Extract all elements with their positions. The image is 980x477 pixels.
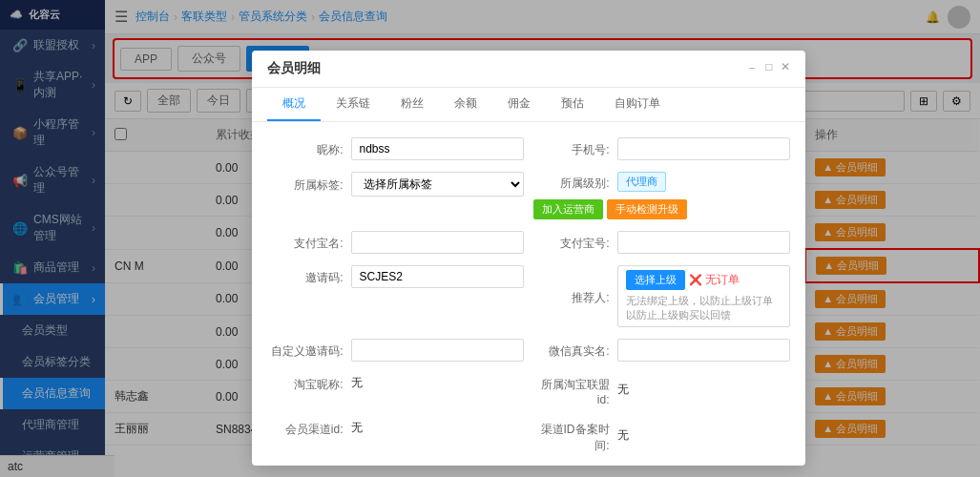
alipay-name-label: 支付宝名:: [267, 232, 344, 252]
add-to-ops-btn[interactable]: 加入运营商: [533, 199, 603, 219]
wechat-name-input[interactable]: [617, 339, 790, 362]
modal-maximize-btn[interactable]: □: [765, 60, 772, 76]
form-half-custom-invite: 自定义邀请码:: [267, 339, 524, 362]
modal-title: 会员明细: [267, 60, 321, 77]
form-half-referrer: 推荐人: 选择上级 ❌ 无订单 无法绑定上级，以防止上级订单 以防止上级购买以回…: [533, 265, 790, 327]
form-half-invite: 邀请码:: [267, 265, 524, 288]
channel-device-label: 渠道ID备案时间:: [533, 418, 610, 454]
taobao-value: 无: [351, 375, 363, 391]
channel-device-value: 无: [617, 427, 629, 444]
form-half-nickname: 昵称:: [267, 137, 524, 160]
tag-label: 所属标签:: [267, 174, 344, 194]
referrer-label: 推荐人:: [533, 286, 610, 306]
custom-invite-input[interactable]: [351, 339, 524, 362]
form-row-alipay: 支付宝名: 支付宝号:: [267, 231, 790, 254]
form-row-tag-level: 所属标签: 选择所属标签 所属级别: 代理商 加入运营商 手动检测升级: [267, 172, 790, 219]
invite-code-label: 邀请码:: [267, 266, 344, 286]
form-half-alipay-no: 支付宝号:: [533, 231, 790, 254]
referrer-hint: 无法绑定上级，以防止上级订单 以防止上级购买以回馈: [626, 294, 782, 322]
form-half-taobao: 淘宝昵称: 无: [267, 373, 524, 393]
form-half-wechat: 微信真实名:: [533, 339, 790, 362]
modal-tab-commission[interactable]: 佣金: [492, 88, 546, 121]
modal-controls: － □ ✕: [746, 60, 789, 76]
form-half-alliance: 所属淘宝联盟id: 无: [533, 373, 790, 406]
alipay-no-input[interactable]: [617, 231, 790, 254]
level-actions: 加入运营商 手动检测升级: [533, 199, 687, 219]
modal-tab-fans[interactable]: 粉丝: [386, 88, 439, 121]
referrer-box: 选择上级 ❌ 无订单 无法绑定上级，以防止上级订单 以防止上级购买以回馈: [617, 265, 790, 327]
form-row-custom-wechat: 自定义邀请码: 微信真实名:: [267, 339, 790, 362]
form-half-level: 所属级别: 代理商 加入运营商 手动检测升级: [533, 172, 790, 219]
modal-tab-self-order[interactable]: 自购订单: [599, 88, 676, 121]
referrer-warning: ❌ 无订单: [689, 272, 740, 288]
alipay-name-input[interactable]: [351, 231, 524, 254]
nickname-label: 昵称:: [267, 138, 344, 158]
wechat-name-label: 微信真实名:: [533, 340, 610, 360]
modal-tab-estimate[interactable]: 预估: [546, 88, 599, 121]
modal-tab-relationship[interactable]: 关系链: [321, 88, 386, 121]
taobao-label: 淘宝昵称:: [267, 373, 344, 393]
select-superior-btn[interactable]: 选择上级: [626, 270, 685, 290]
channel-id-label: 会员渠道id:: [267, 418, 344, 438]
manual-upgrade-btn[interactable]: 手动检测升级: [607, 199, 687, 219]
channel-id-value: 无: [351, 420, 363, 436]
modal-tab-balance[interactable]: 余额: [439, 88, 492, 121]
modal-overlay[interactable]: 会员明细 － □ ✕ 概况 关系链 粉丝 余额 佣金 预估 自购订单 昵称:: [0, 0, 980, 477]
phone-label: 手机号:: [533, 138, 610, 158]
invite-code-input[interactable]: [351, 265, 524, 288]
form-half-channel-device: 渠道ID备案时间: 无: [533, 418, 790, 454]
form-half-channel-id: 会员渠道id: 无: [267, 418, 524, 438]
form-half-phone: 手机号:: [533, 137, 790, 160]
modal-body: 昵称: 手机号: 所属标签: 选择所属标签 所属级别: 代: [252, 122, 805, 466]
nickname-input[interactable]: [351, 137, 524, 160]
modal-header: 会员明细 － □ ✕: [252, 51, 805, 88]
level-label: 所属级别:: [533, 172, 610, 192]
form-row-taobao: 淘宝昵称: 无 所属淘宝联盟id: 无: [267, 373, 790, 406]
modal-tab-overview[interactable]: 概况: [267, 88, 321, 121]
form-half-alipay-name: 支付宝名:: [267, 231, 524, 254]
custom-invite-label: 自定义邀请码:: [267, 340, 344, 360]
form-row-nickname-phone: 昵称: 手机号:: [267, 137, 790, 160]
tag-select[interactable]: 选择所属标签: [351, 172, 524, 197]
level-badge: 代理商: [617, 172, 666, 192]
modal-tabs: 概况 关系链 粉丝 余额 佣金 预估 自购订单: [252, 88, 805, 122]
alipay-no-label: 支付宝号:: [533, 232, 610, 252]
member-detail-modal: 会员明细 － □ ✕ 概况 关系链 粉丝 余额 佣金 预估 自购订单 昵称:: [252, 51, 805, 466]
modal-minimize-btn[interactable]: －: [746, 60, 758, 76]
phone-input[interactable]: [617, 137, 790, 160]
form-row-invite-referrer: 邀请码: 推荐人: 选择上级 ❌ 无订单 无法绑定上级，以防止上级订单 以防止上…: [267, 265, 790, 327]
alliance-label: 所属淘宝联盟id:: [533, 373, 610, 406]
form-row-channel: 会员渠道id: 无 渠道ID备案时间: 无: [267, 418, 790, 454]
modal-close-btn[interactable]: ✕: [781, 60, 790, 76]
alliance-value: 无: [617, 382, 629, 398]
form-half-tag: 所属标签: 选择所属标签: [267, 172, 524, 197]
